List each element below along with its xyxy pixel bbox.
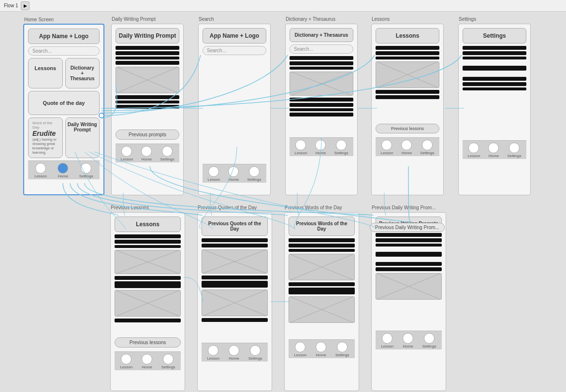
lessons-nav-home[interactable]: Home [401,140,412,155]
flow-label: Flow 1 [4,3,18,8]
search-nav-settings[interactable]: Settings [247,166,261,182]
lessons-bar3 [376,57,439,59]
dw-nav-settings[interactable]: Settings [160,146,174,161]
search-home-icon [228,166,239,177]
search-input[interactable]: Search... [203,46,266,55]
pw-bar2 [289,244,355,247]
dw-nav-lesson[interactable]: Lesson [121,146,133,161]
lessons-settings-icon [422,140,433,150]
dictionary-button[interactable]: Dictionary +Thesaurus [65,58,100,88]
play-button[interactable]: ▶ [21,1,29,10]
pdw-home-label: Home [403,344,413,348]
pq-nav-lesson[interactable]: Lesson [207,345,219,361]
prev-words-header: Previous Words of the Day [289,217,355,236]
dict-bar6 [290,108,353,111]
dict-nav-lesson[interactable]: Lesson [295,140,307,155]
daily-writing-button[interactable]: Daily WritingPrompt [65,117,100,158]
settings-nav-bar: Lesson Home Settings [463,140,526,159]
home-nav-settings[interactable]: Settings [79,163,93,178]
settings-bar4 [463,66,526,71]
pdw-nav-home[interactable]: Home [403,333,413,348]
pdw-bar3 [376,244,442,247]
pl-nav-lesson[interactable]: Lesson [120,354,132,369]
settings-settings-label: Settings [508,154,522,158]
pdw-nav-bar: Lesson Home Settings [376,331,442,349]
settings-bar3 [463,57,526,59]
pw-settings-icon [337,342,348,352]
pl-nav-home[interactable]: Home [142,354,152,369]
dw-lesson-label: Lesson [121,157,133,161]
pq-home-label: Home [229,356,239,361]
prev-lessons-header: Lessons [115,217,181,232]
dw-image1 [116,67,179,93]
settings-header: Settings [463,28,526,44]
home-search[interactable]: Search... [28,46,100,56]
home-header: App Name + Logo [28,29,100,44]
dw-bar4 [116,61,179,65]
pq-lesson-icon [208,345,218,356]
pw-bar5 [289,288,355,294]
settings-nav-settings[interactable]: Settings [508,143,522,158]
settings-home-label: Home [489,154,499,158]
search-settings-label: Settings [247,177,261,182]
prev-lessons-btn[interactable]: Previous lessons [115,337,181,348]
pl-bar5 [115,281,181,288]
dictionary-search[interactable]: Search... [290,44,353,54]
pdw-settings-icon [424,333,435,344]
pdw-lesson-icon [382,333,392,344]
pw-lesson-icon [295,342,305,352]
settings-nav-home[interactable]: Home [488,143,499,158]
daily-writing-header: Daily Writing Prompt [116,28,179,44]
prev-quotes-title: Previous Quotes of the Day [198,205,257,210]
wotd-definition: (adj.) having or showing great knowledge… [32,137,58,155]
settings-title: Settings [459,16,476,22]
dict-settings-label: Settings [334,151,348,155]
lessons-button[interactable]: Lessons [28,58,63,88]
search-nav-lesson[interactable]: Lesson [208,166,220,182]
prev-words-title: Previous Words of the Day [285,205,342,210]
dict-bar3 [290,67,353,70]
word-of-day-card[interactable]: Word of the Day Erudite (adj.) having or… [28,117,63,158]
settings-nav-lesson[interactable]: Lesson [468,143,480,158]
pw-image1 [289,254,355,280]
dict-home-icon [315,140,326,150]
lessons-header: Lessons [376,28,439,44]
prev-lessons-nav-btn[interactable]: Previous lessons [376,124,439,133]
dw-nav-home[interactable]: Home [141,146,152,161]
pdw-image1 [376,273,442,300]
home-nav-home[interactable]: Home [58,163,68,178]
pq-home-icon [229,345,239,356]
search-nav-home[interactable]: Home [228,166,239,182]
lesson-nav-label: Lesson [34,174,47,178]
settings-lesson-label: Lesson [468,154,480,158]
pdw-settings-label: Settings [422,344,436,348]
settings-bar2 [463,51,526,55]
settings-frame: Settings Settings Lesson Home Settings [458,24,531,195]
home-nav-lesson[interactable]: Lesson [34,163,47,178]
pw-home-icon [316,342,326,352]
dict-nav-settings[interactable]: Settings [334,140,348,155]
pl-bar4 [115,276,181,280]
pdw-nav-lesson[interactable]: Lesson [381,333,393,348]
search-title: Search [199,16,214,22]
pl-nav-settings[interactable]: Settings [161,354,175,369]
settings-nav-icon [81,163,91,174]
pl-image2 [115,290,181,317]
dw-home-icon [141,146,152,157]
pw-nav-home[interactable]: Home [316,342,326,357]
dw-home-label: Home [142,157,152,161]
lessons-nav-lesson[interactable]: Lesson [381,140,393,155]
dict-bar7 [290,113,353,116]
pw-nav-settings[interactable]: Settings [335,342,349,357]
pdw-nav-settings[interactable]: Settings [422,333,436,348]
pq-nav-home[interactable]: Home [229,345,239,361]
dict-nav-home[interactable]: Home [315,140,326,155]
dict-bar4 [290,98,353,102]
settings-bar1 [463,46,526,50]
pq-nav-settings[interactable]: Settings [248,345,262,361]
lessons-nav-settings[interactable]: Settings [421,140,435,155]
quote-card[interactable]: Quote of the day [28,91,100,115]
lessons-title: Lessons [372,16,390,22]
pw-nav-lesson[interactable]: Lesson [294,342,306,357]
previous-prompts-btn[interactable]: Previous prompts [116,130,179,140]
